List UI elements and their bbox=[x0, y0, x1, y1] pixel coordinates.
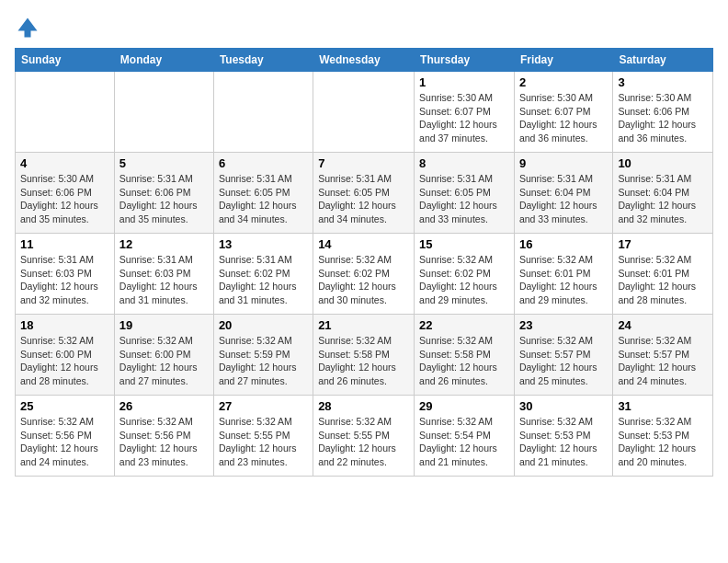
calendar-cell: 4Sunrise: 5:30 AM Sunset: 6:06 PM Daylig… bbox=[16, 153, 115, 234]
cell-info: Sunrise: 5:32 AM Sunset: 5:57 PM Dayligh… bbox=[519, 334, 608, 388]
day-number: 16 bbox=[519, 237, 608, 251]
day-number: 1 bbox=[419, 75, 509, 89]
calendar-table: SundayMondayTuesdayWednesdayThursdayFrid… bbox=[15, 48, 713, 477]
day-number: 2 bbox=[519, 75, 608, 89]
page-header bbox=[15, 15, 713, 40]
day-number: 7 bbox=[318, 156, 409, 170]
weekday-header: Tuesday bbox=[213, 49, 313, 72]
cell-info: Sunrise: 5:32 AM Sunset: 5:55 PM Dayligh… bbox=[219, 415, 308, 469]
logo bbox=[15, 15, 44, 40]
calendar-cell: 27Sunrise: 5:32 AM Sunset: 5:55 PM Dayli… bbox=[213, 396, 313, 477]
day-number: 17 bbox=[618, 237, 708, 251]
calendar-cell: 13Sunrise: 5:31 AM Sunset: 6:02 PM Dayli… bbox=[213, 234, 313, 315]
cell-info: Sunrise: 5:30 AM Sunset: 6:07 PM Dayligh… bbox=[419, 91, 509, 145]
cell-info: Sunrise: 5:32 AM Sunset: 5:57 PM Dayligh… bbox=[618, 334, 708, 388]
day-number: 9 bbox=[519, 156, 608, 170]
calendar-cell: 19Sunrise: 5:32 AM Sunset: 6:00 PM Dayli… bbox=[114, 315, 213, 396]
calendar-cell: 15Sunrise: 5:32 AM Sunset: 6:02 PM Dayli… bbox=[415, 234, 515, 315]
cell-info: Sunrise: 5:32 AM Sunset: 6:02 PM Dayligh… bbox=[318, 253, 409, 307]
cell-info: Sunrise: 5:32 AM Sunset: 5:58 PM Dayligh… bbox=[318, 334, 409, 388]
cell-info: Sunrise: 5:30 AM Sunset: 6:07 PM Dayligh… bbox=[519, 91, 608, 145]
cell-info: Sunrise: 5:32 AM Sunset: 5:53 PM Dayligh… bbox=[519, 415, 608, 469]
cell-info: Sunrise: 5:31 AM Sunset: 6:05 PM Dayligh… bbox=[318, 172, 409, 226]
calendar-cell: 16Sunrise: 5:32 AM Sunset: 6:01 PM Dayli… bbox=[514, 234, 612, 315]
day-number: 15 bbox=[419, 237, 509, 251]
weekday-header: Saturday bbox=[613, 49, 713, 72]
day-number: 23 bbox=[519, 318, 608, 332]
cell-info: Sunrise: 5:31 AM Sunset: 6:03 PM Dayligh… bbox=[20, 253, 109, 307]
logo-icon bbox=[15, 15, 40, 40]
cell-info: Sunrise: 5:32 AM Sunset: 5:59 PM Dayligh… bbox=[219, 334, 308, 388]
calendar-week-row: 18Sunrise: 5:32 AM Sunset: 6:00 PM Dayli… bbox=[16, 315, 713, 396]
calendar-cell: 9Sunrise: 5:31 AM Sunset: 6:04 PM Daylig… bbox=[514, 153, 612, 234]
day-number: 25 bbox=[20, 399, 109, 413]
calendar-cell: 3Sunrise: 5:30 AM Sunset: 6:06 PM Daylig… bbox=[613, 72, 713, 153]
calendar-cell: 20Sunrise: 5:32 AM Sunset: 5:59 PM Dayli… bbox=[213, 315, 313, 396]
day-number: 20 bbox=[219, 318, 308, 332]
calendar-cell: 6Sunrise: 5:31 AM Sunset: 6:05 PM Daylig… bbox=[213, 153, 313, 234]
cell-info: Sunrise: 5:30 AM Sunset: 6:06 PM Dayligh… bbox=[20, 172, 109, 226]
day-number: 4 bbox=[20, 156, 109, 170]
calendar-cell: 25Sunrise: 5:32 AM Sunset: 5:56 PM Dayli… bbox=[16, 396, 115, 477]
day-number: 30 bbox=[519, 399, 608, 413]
calendar-cell: 18Sunrise: 5:32 AM Sunset: 6:00 PM Dayli… bbox=[16, 315, 115, 396]
day-number: 26 bbox=[119, 399, 209, 413]
calendar-cell: 26Sunrise: 5:32 AM Sunset: 5:56 PM Dayli… bbox=[114, 396, 213, 477]
cell-info: Sunrise: 5:32 AM Sunset: 5:53 PM Dayligh… bbox=[618, 415, 708, 469]
cell-info: Sunrise: 5:32 AM Sunset: 6:02 PM Dayligh… bbox=[419, 253, 509, 307]
calendar-cell: 14Sunrise: 5:32 AM Sunset: 6:02 PM Dayli… bbox=[313, 234, 415, 315]
calendar-cell: 12Sunrise: 5:31 AM Sunset: 6:03 PM Dayli… bbox=[114, 234, 213, 315]
day-number: 14 bbox=[318, 237, 409, 251]
cell-info: Sunrise: 5:32 AM Sunset: 6:01 PM Dayligh… bbox=[618, 253, 708, 307]
day-number: 8 bbox=[419, 156, 509, 170]
calendar-cell: 21Sunrise: 5:32 AM Sunset: 5:58 PM Dayli… bbox=[313, 315, 415, 396]
cell-info: Sunrise: 5:30 AM Sunset: 6:06 PM Dayligh… bbox=[618, 91, 708, 145]
day-number: 24 bbox=[618, 318, 708, 332]
calendar-week-row: 4Sunrise: 5:30 AM Sunset: 6:06 PM Daylig… bbox=[16, 153, 713, 234]
cell-info: Sunrise: 5:32 AM Sunset: 6:00 PM Dayligh… bbox=[20, 334, 109, 388]
cell-info: Sunrise: 5:32 AM Sunset: 5:54 PM Dayligh… bbox=[419, 415, 509, 469]
day-number: 28 bbox=[318, 399, 409, 413]
calendar-cell bbox=[313, 72, 415, 153]
cell-info: Sunrise: 5:31 AM Sunset: 6:02 PM Dayligh… bbox=[219, 253, 308, 307]
day-number: 27 bbox=[219, 399, 308, 413]
day-number: 13 bbox=[219, 237, 308, 251]
calendar-cell: 1Sunrise: 5:30 AM Sunset: 6:07 PM Daylig… bbox=[415, 72, 515, 153]
calendar-cell: 23Sunrise: 5:32 AM Sunset: 5:57 PM Dayli… bbox=[514, 315, 612, 396]
day-number: 18 bbox=[20, 318, 109, 332]
weekday-header: Thursday bbox=[415, 49, 515, 72]
day-number: 21 bbox=[318, 318, 409, 332]
day-number: 29 bbox=[419, 399, 509, 413]
cell-info: Sunrise: 5:31 AM Sunset: 6:04 PM Dayligh… bbox=[519, 172, 608, 226]
day-number: 6 bbox=[219, 156, 308, 170]
calendar-cell: 5Sunrise: 5:31 AM Sunset: 6:06 PM Daylig… bbox=[114, 153, 213, 234]
cell-info: Sunrise: 5:31 AM Sunset: 6:03 PM Dayligh… bbox=[119, 253, 209, 307]
calendar-week-row: 25Sunrise: 5:32 AM Sunset: 5:56 PM Dayli… bbox=[16, 396, 713, 477]
day-number: 31 bbox=[618, 399, 708, 413]
calendar-cell: 2Sunrise: 5:30 AM Sunset: 6:07 PM Daylig… bbox=[514, 72, 612, 153]
calendar-week-row: 1Sunrise: 5:30 AM Sunset: 6:07 PM Daylig… bbox=[16, 72, 713, 153]
day-number: 12 bbox=[119, 237, 209, 251]
calendar-cell bbox=[16, 72, 115, 153]
weekday-header: Sunday bbox=[16, 49, 115, 72]
weekday-header: Monday bbox=[114, 49, 213, 72]
day-number: 19 bbox=[119, 318, 209, 332]
day-number: 11 bbox=[20, 237, 109, 251]
calendar-cell: 10Sunrise: 5:31 AM Sunset: 6:04 PM Dayli… bbox=[613, 153, 713, 234]
weekday-header-row: SundayMondayTuesdayWednesdayThursdayFrid… bbox=[16, 49, 713, 72]
calendar-cell: 8Sunrise: 5:31 AM Sunset: 6:05 PM Daylig… bbox=[415, 153, 515, 234]
cell-info: Sunrise: 5:32 AM Sunset: 6:00 PM Dayligh… bbox=[119, 334, 209, 388]
calendar-cell: 22Sunrise: 5:32 AM Sunset: 5:58 PM Dayli… bbox=[415, 315, 515, 396]
cell-info: Sunrise: 5:31 AM Sunset: 6:06 PM Dayligh… bbox=[119, 172, 209, 226]
calendar-week-row: 11Sunrise: 5:31 AM Sunset: 6:03 PM Dayli… bbox=[16, 234, 713, 315]
cell-info: Sunrise: 5:31 AM Sunset: 6:05 PM Dayligh… bbox=[219, 172, 308, 226]
calendar-cell: 31Sunrise: 5:32 AM Sunset: 5:53 PM Dayli… bbox=[613, 396, 713, 477]
cell-info: Sunrise: 5:32 AM Sunset: 5:56 PM Dayligh… bbox=[20, 415, 109, 469]
calendar-cell bbox=[114, 72, 213, 153]
cell-info: Sunrise: 5:32 AM Sunset: 6:01 PM Dayligh… bbox=[519, 253, 608, 307]
calendar-cell: 29Sunrise: 5:32 AM Sunset: 5:54 PM Dayli… bbox=[415, 396, 515, 477]
calendar-cell: 17Sunrise: 5:32 AM Sunset: 6:01 PM Dayli… bbox=[613, 234, 713, 315]
calendar-cell: 11Sunrise: 5:31 AM Sunset: 6:03 PM Dayli… bbox=[16, 234, 115, 315]
cell-info: Sunrise: 5:32 AM Sunset: 5:58 PM Dayligh… bbox=[419, 334, 509, 388]
weekday-header: Wednesday bbox=[313, 49, 415, 72]
